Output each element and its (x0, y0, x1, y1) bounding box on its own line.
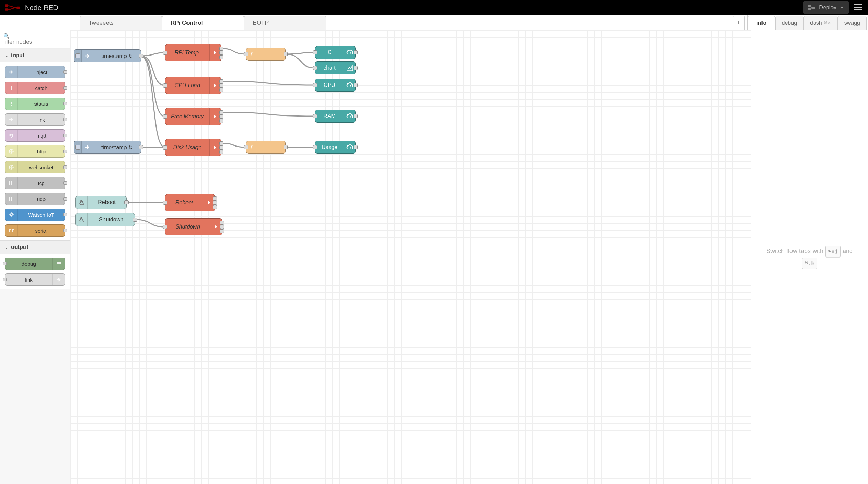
node-port[interactable] (213, 205, 217, 209)
node-port[interactable] (313, 50, 317, 54)
wire[interactable] (221, 49, 246, 54)
node-port[interactable] (63, 229, 67, 232)
flow-node-gC[interactable]: C (315, 46, 356, 59)
node-port[interactable] (219, 150, 223, 154)
node-port[interactable] (163, 51, 167, 55)
wire[interactable] (286, 54, 315, 68)
node-port[interactable] (313, 66, 317, 70)
node-port[interactable] (163, 114, 167, 119)
palette-category-output[interactable]: ⌄ output (0, 240, 70, 254)
node-port[interactable] (244, 52, 248, 56)
palette-node-mqtt[interactable]: mqtt (5, 129, 65, 142)
palette-node-watson-iot[interactable]: Watson IoT (5, 209, 65, 221)
add-flow-tab-button[interactable]: + (733, 16, 745, 30)
flow-tab-rpi-control[interactable]: RPi Control (162, 16, 244, 30)
node-port[interactable] (139, 54, 143, 58)
node-port[interactable] (163, 201, 167, 205)
node-port[interactable] (213, 196, 217, 201)
flow-node-gCPU[interactable]: CPU (315, 79, 356, 92)
close-icon[interactable]: ⌘✕ (824, 21, 831, 26)
node-port[interactable] (219, 88, 223, 92)
node-port[interactable] (219, 51, 223, 55)
node-port[interactable] (219, 119, 223, 123)
node-port[interactable] (219, 83, 223, 88)
node-port[interactable] (63, 197, 67, 201)
flow-node-cpu[interactable]: CPU Load (165, 77, 221, 94)
node-port[interactable] (219, 79, 223, 83)
node-port[interactable] (219, 145, 223, 150)
flow-node-mem[interactable]: Free Memory (165, 108, 221, 125)
node-port[interactable] (213, 201, 217, 205)
node-port[interactable] (284, 52, 288, 56)
node-port[interactable] (219, 47, 223, 51)
flow-node-disk[interactable]: Disk Usage (165, 139, 221, 156)
flow-node-f1[interactable]: f (246, 48, 286, 61)
flow-canvas[interactable]: timestamp ↻timestamp ↻RPi Temp.CPU LoadF… (70, 30, 751, 484)
wire[interactable] (127, 202, 165, 203)
palette-node-status[interactable]: status (5, 98, 65, 110)
node-port[interactable] (124, 200, 129, 204)
wire[interactable] (221, 112, 315, 117)
palette-node-inject[interactable]: inject (5, 66, 65, 78)
hamburger-menu-button[interactable] (852, 2, 864, 13)
node-port[interactable] (63, 181, 67, 185)
palette-node-websocket[interactable]: websocket (5, 161, 65, 173)
palette-node-catch[interactable]: catch (5, 82, 65, 94)
node-port[interactable] (284, 145, 288, 149)
node-port[interactable] (244, 145, 248, 149)
wire[interactable] (221, 143, 246, 148)
node-port[interactable] (219, 141, 223, 145)
node-port[interactable] (313, 83, 317, 87)
palette-filter-input[interactable] (3, 39, 67, 46)
node-port[interactable] (63, 86, 67, 90)
node-port[interactable] (354, 66, 358, 70)
node-port[interactable] (219, 114, 223, 119)
sidebar-tab-dash[interactable]: dash⌘✕ (804, 16, 838, 30)
flow-node-f2[interactable]: f (246, 141, 286, 154)
flow-node-shutdownexec[interactable]: Shutdown (165, 218, 222, 235)
node-port[interactable] (63, 150, 67, 153)
flow-node-ts1[interactable]: timestamp ↻ (74, 49, 141, 62)
node-port[interactable] (3, 278, 7, 281)
flow-node-rebootbtn[interactable]: Reboot (75, 196, 127, 209)
wire[interactable] (141, 56, 165, 117)
sidebar-tab-info[interactable]: info (748, 16, 775, 30)
wire[interactable] (221, 81, 315, 85)
flow-node-rebootexec[interactable]: Reboot (165, 194, 215, 211)
deploy-button[interactable]: Deploy ▼ (803, 1, 849, 14)
node-port[interactable] (63, 213, 67, 216)
node-port[interactable] (63, 70, 67, 74)
node-port[interactable] (220, 229, 224, 233)
flow-node-gRAM[interactable]: RAM (315, 110, 356, 123)
node-port[interactable] (63, 102, 67, 105)
flow-node-temp[interactable]: RPi Temp. (165, 44, 221, 61)
flow-node-gChart[interactable]: chart (315, 61, 356, 74)
node-port[interactable] (63, 118, 67, 121)
flow-node-gUsage[interactable]: Usage (315, 141, 356, 154)
node-port[interactable] (219, 55, 223, 59)
node-port[interactable] (163, 83, 167, 88)
palette-node-debug[interactable]: debug (5, 258, 65, 270)
node-port[interactable] (63, 165, 67, 169)
sidebar-tab-debug[interactable]: debug (775, 16, 804, 30)
palette-node-link[interactable]: link (5, 113, 65, 126)
inject-button[interactable] (74, 50, 82, 62)
node-port[interactable] (354, 145, 358, 149)
palette-node-udp[interactable]: udp (5, 193, 65, 205)
palette-node-serial[interactable]: serial (5, 224, 65, 237)
node-port[interactable] (219, 110, 223, 114)
node-port[interactable] (163, 145, 167, 150)
wire[interactable] (141, 147, 165, 148)
node-port[interactable] (354, 50, 358, 54)
flow-tab-tweeeets[interactable]: Tweeeets (80, 16, 162, 30)
palette-node-link[interactable]: link (5, 273, 65, 286)
inject-button[interactable] (74, 141, 82, 153)
flow-node-ts2[interactable]: timestamp ↻ (74, 141, 141, 154)
flow-node-shutdownbtn[interactable]: Shutdown (75, 213, 135, 226)
node-port[interactable] (3, 262, 7, 265)
node-port[interactable] (139, 145, 143, 149)
palette-category-input[interactable]: ⌄ input (0, 49, 70, 62)
node-port[interactable] (133, 218, 137, 222)
palette-node-tcp[interactable]: tcp (5, 177, 65, 189)
node-port[interactable] (63, 134, 67, 137)
